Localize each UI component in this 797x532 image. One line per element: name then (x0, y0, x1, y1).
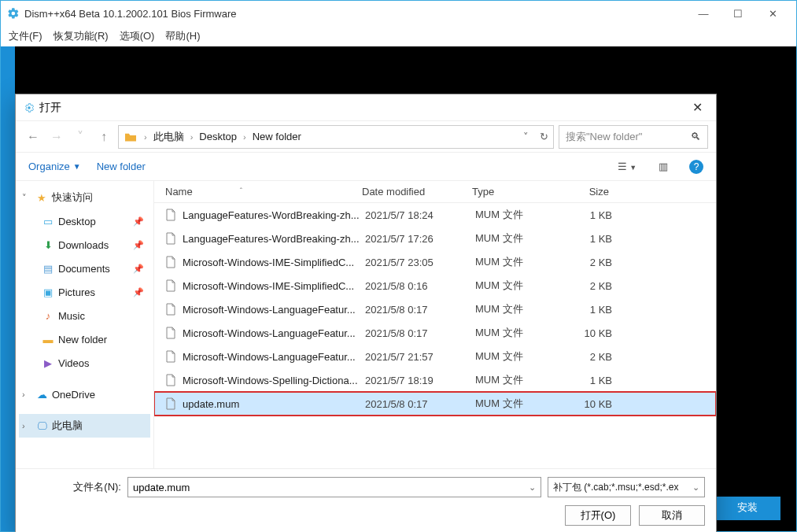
file-size: 2 KB (562, 257, 625, 268)
menu-options[interactable]: 选项(O) (120, 29, 155, 43)
breadcrumb-root[interactable]: 此电脑 (153, 130, 184, 144)
chevron-down-icon[interactable]: ⌄ (529, 482, 536, 493)
view-list-icon[interactable]: ☰ ▼ (617, 161, 637, 172)
column-size[interactable]: Size (559, 186, 622, 198)
sidebar-item-music[interactable]: ♪ Music (19, 304, 150, 327)
sidebar-item-downloads[interactable]: ⬇ Downloads 📌 (19, 233, 150, 257)
file-row[interactable]: Microsoft-Windows-LanguageFeatur...2021/… (154, 321, 716, 345)
sidebar-item-documents[interactable]: ▤ Documents 📌 (19, 257, 150, 280)
svg-point-0 (28, 106, 31, 109)
pin-icon: 📌 (133, 240, 150, 250)
file-list-body: LanguageFeatures-WordBreaking-zh...2021/… (154, 203, 716, 468)
dialog-navbar: ← → ˅ ↑ › 此电脑 › Desktop › New folder ˅↻ (16, 121, 716, 153)
refresh-icon[interactable]: ↻ (540, 131, 548, 142)
file-date: 2021/5/8 0:17 (365, 327, 475, 339)
file-list-header: Nameˆ Date modified Type Size (154, 181, 716, 203)
music-icon: ♪ (41, 310, 55, 322)
file-size: 2 KB (562, 351, 625, 363)
sidebar-item-pictures[interactable]: ▣ Pictures 📌 (19, 280, 150, 304)
sidebar-this-pc[interactable]: › 🖵 此电脑 (19, 414, 150, 438)
breadcrumb-l2[interactable]: New folder (253, 131, 301, 142)
file-icon (165, 232, 179, 245)
file-date: 2021/5/8 0:17 (365, 398, 475, 410)
main-body: 查找 导出地址 详细信息 添加 扫描 安装 打开 ✕ ← → ˅ ↑ (1, 46, 796, 531)
cancel-button[interactable]: 取消 (639, 505, 705, 526)
chevron-right-icon: › (22, 421, 31, 430)
breadcrumb-l1[interactable]: Desktop (199, 131, 237, 142)
file-row[interactable]: Microsoft-Windows-Spelling-Dictiona...20… (154, 368, 716, 392)
file-name: Microsoft-Windows-IME-SimplifiedC... (183, 280, 365, 292)
file-type: MUM 文件 (475, 231, 562, 246)
sidebar-item-newfolder[interactable]: ▬ New folder (19, 327, 150, 351)
open-button[interactable]: 打开(O) (565, 505, 631, 526)
chevron-down-icon: ▼ (73, 162, 81, 171)
file-list: Nameˆ Date modified Type Size LanguageFe… (154, 181, 716, 468)
filter-select[interactable]: 补丁包 (*.cab;*.msu;*.esd;*.ex ⌄ (548, 477, 705, 497)
file-date: 2021/5/7 21:57 (365, 351, 475, 363)
file-row[interactable]: Microsoft-Windows-LanguageFeatur...2021/… (154, 297, 716, 321)
file-row[interactable]: LanguageFeatures-WordBreaking-zh...2021/… (154, 227, 716, 250)
file-row[interactable]: LanguageFeatures-WordBreaking-zh...2021/… (154, 203, 716, 227)
help-icon[interactable]: ? (689, 160, 703, 174)
file-icon (165, 209, 179, 221)
chevron-right-icon: › (240, 132, 249, 142)
file-date: 2021/5/7 17:26 (365, 233, 475, 245)
menu-file[interactable]: 文件(F) (9, 29, 42, 43)
file-row[interactable]: update.mum2021/5/8 0:17MUM 文件10 KB (154, 392, 716, 416)
file-size: 10 KB (562, 398, 625, 410)
file-type: MUM 文件 (475, 302, 562, 316)
new-folder-button[interactable]: New folder (97, 161, 146, 172)
monitor-icon: 🖵 (35, 420, 49, 432)
column-date[interactable]: Date modified (362, 186, 472, 198)
dialog-close-button[interactable]: ✕ (686, 100, 708, 115)
chevron-down-icon[interactable]: ˅ (523, 131, 529, 142)
sidebar-item-desktop[interactable]: ▭ Desktop 📌 (19, 209, 150, 233)
breadcrumb[interactable]: › 此电脑 › Desktop › New folder ˅↻ (118, 125, 554, 149)
file-name: Microsoft-Windows-LanguageFeatur... (183, 327, 365, 339)
install-button[interactable]: 安装 (714, 497, 780, 520)
search-input[interactable]: 搜索"New folder" 🔍︎ (559, 125, 708, 149)
nav-up-button[interactable]: ↑ (94, 127, 113, 146)
close-button[interactable]: ✕ (755, 2, 790, 24)
file-icon (165, 256, 179, 268)
cloud-icon: ☁ (35, 389, 49, 401)
file-row[interactable]: Microsoft-Windows-IME-SimplifiedC...2021… (154, 250, 716, 274)
file-row[interactable]: Microsoft-Windows-LanguageFeatur...2021/… (154, 345, 716, 368)
nav-recent-button[interactable]: ˅ (71, 127, 90, 146)
sidebar-item-videos[interactable]: ▶ Videos (19, 351, 150, 375)
column-name[interactable]: Nameˆ (165, 186, 362, 198)
nav-forward-button[interactable]: → (47, 127, 66, 146)
preview-pane-icon[interactable]: ▥ (653, 161, 673, 172)
maximize-button[interactable]: ☐ (721, 2, 755, 24)
sidebar-onedrive[interactable]: › ☁ OneDrive (19, 382, 150, 406)
main-menubar: 文件(F) 恢复功能(R) 选项(O) 帮助(H) (1, 26, 796, 46)
file-name: Microsoft-Windows-LanguageFeatur... (183, 304, 365, 316)
column-type[interactable]: Type (472, 186, 559, 198)
file-size: 1 KB (562, 233, 625, 245)
sidebar-quick-access[interactable]: ˅ ★ 快速访问 (19, 186, 150, 209)
chevron-down-icon[interactable]: ⌄ (692, 482, 699, 493)
file-size: 1 KB (562, 209, 625, 221)
menu-help[interactable]: 帮助(H) (165, 29, 200, 43)
organize-button[interactable]: Organize ▼ (28, 161, 81, 172)
chevron-right-icon: › (141, 132, 150, 142)
main-titlebar: Dism++x64 Beta 10.1.2002.101 Bios Firmwa… (1, 1, 796, 26)
menu-recover[interactable]: 恢复功能(R) (54, 29, 109, 43)
nav-back-button[interactable]: ← (24, 127, 42, 146)
document-icon: ▤ (41, 263, 55, 275)
dialog-titlebar: 打开 ✕ (16, 94, 716, 121)
file-row[interactable]: Microsoft-Windows-IME-SimplifiedC...2021… (154, 274, 716, 297)
file-icon (165, 397, 179, 410)
file-size: 1 KB (562, 375, 625, 386)
gear-icon (7, 7, 20, 20)
file-date: 2021/5/8 0:16 (365, 280, 475, 292)
chevron-right-icon: › (187, 132, 197, 142)
minimize-button[interactable]: — (686, 2, 721, 24)
main-title: Dism++x64 Beta 10.1.2002.101 Bios Firmwa… (24, 8, 237, 20)
filename-label: 文件名(N): (27, 480, 121, 494)
dialog-bottom: 文件名(N): update.mum ⌄ 补丁包 (*.cab;*.msu;*.… (16, 468, 716, 532)
file-type: MUM 文件 (475, 279, 562, 293)
download-icon: ⬇ (41, 239, 55, 251)
pin-icon: 📌 (133, 287, 150, 297)
filename-input[interactable]: update.mum ⌄ (127, 477, 541, 497)
